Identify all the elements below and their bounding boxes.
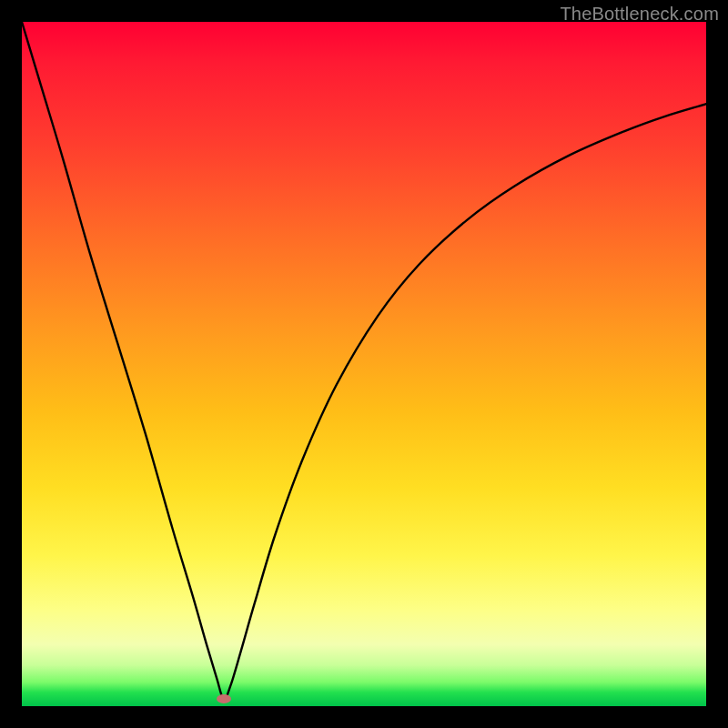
outer-frame: TheBottleneck.com (0, 0, 728, 728)
bottleneck-curve-path (22, 22, 706, 700)
curve-layer (22, 22, 706, 706)
plot-area (22, 22, 706, 706)
